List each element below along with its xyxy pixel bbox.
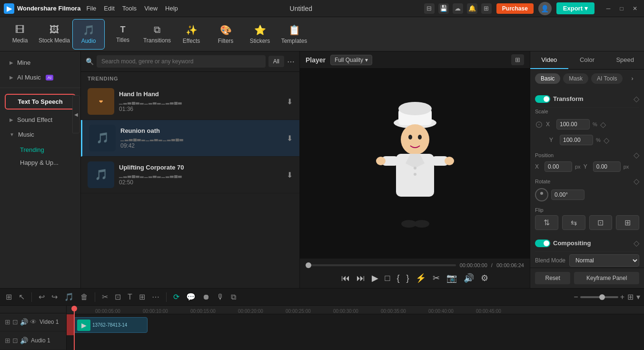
filter-dropdown[interactable]: All bbox=[268, 56, 284, 67]
tool-filters[interactable]: 🎨 Filters bbox=[209, 19, 242, 50]
video-clip[interactable]: ▶ 13762-78413-14 bbox=[74, 317, 148, 333]
sidebar-item-music[interactable]: ▼ Music bbox=[3, 128, 78, 141]
tab-color[interactable]: Color bbox=[568, 51, 606, 69]
position-keyframe[interactable]: ◇ bbox=[634, 150, 639, 160]
player-progress-thumb[interactable] bbox=[306, 262, 311, 268]
more-options-button[interactable]: ⋯ bbox=[287, 57, 295, 66]
reset-button[interactable]: Reset bbox=[535, 272, 570, 284]
export-button[interactable]: Export ▾ bbox=[556, 2, 594, 14]
copy-audio-icon[interactable]: ⊡ bbox=[12, 337, 18, 344]
menu-tools[interactable]: Tools bbox=[122, 5, 137, 12]
position-x-input[interactable] bbox=[545, 161, 572, 172]
volume-button[interactable]: 🔊 bbox=[463, 272, 475, 284]
caption-button[interactable]: 💬 bbox=[184, 291, 198, 302]
menu-help[interactable]: Help bbox=[165, 5, 178, 12]
mute-video-icon[interactable]: 🔊 bbox=[20, 318, 28, 326]
audio-item-3[interactable]: 🎵 Uplifting Corporate 70 ▁▂▃▄▃▂▁▂▃▂▁▂▃▄▃… bbox=[81, 157, 299, 193]
tool-templates[interactable]: 📋 Templates bbox=[278, 19, 310, 50]
sidebar-sub-trending[interactable]: Trending bbox=[15, 144, 80, 156]
compositing-keyframe-button[interactable]: ◇ bbox=[634, 239, 639, 248]
tool-audio[interactable]: 🎵 Audio bbox=[72, 19, 105, 50]
keyframe-panel-button[interactable]: Keyframe Panel bbox=[574, 272, 639, 284]
prev-frame-button[interactable]: ⏮ bbox=[340, 272, 351, 284]
cloud-icon[interactable]: ☁ bbox=[453, 3, 463, 14]
menu-edit[interactable]: Edit bbox=[104, 5, 114, 12]
tool-media[interactable]: 🎞 Media bbox=[4, 19, 36, 50]
download-icon-2[interactable]: ⬇ bbox=[287, 134, 293, 143]
save-icon[interactable]: 💾 bbox=[438, 3, 449, 14]
menu-view[interactable]: View bbox=[144, 5, 158, 12]
mark-out-button[interactable]: } bbox=[405, 272, 410, 284]
window-minimize[interactable]: ─ bbox=[603, 3, 614, 14]
position-y-input[interactable] bbox=[593, 161, 621, 172]
bell-icon[interactable]: 🔔 bbox=[467, 3, 477, 14]
play-button[interactable]: ▶ bbox=[371, 272, 379, 284]
settings-button[interactable]: ⚙ bbox=[480, 272, 489, 284]
sidebar-item-mine[interactable]: ▶ Mine bbox=[3, 56, 78, 70]
subtab-mask[interactable]: Mask bbox=[563, 73, 588, 84]
sidebar-sub-happy[interactable]: Happy & Up... bbox=[15, 157, 80, 169]
text-button[interactable]: T bbox=[126, 292, 134, 302]
crop-tl-button[interactable]: ⊡ bbox=[113, 291, 123, 302]
hide-video-icon[interactable]: 👁 bbox=[30, 318, 37, 326]
user-avatar[interactable]: 👤 bbox=[538, 2, 552, 15]
audio-item-2[interactable]: 🎵 Reunion oath ▁▂▃▄▃▂▁▂▃▂▁▂▃▄▃ 09:42 ⬇ bbox=[81, 120, 299, 157]
rotate-input[interactable] bbox=[551, 190, 585, 200]
blend-mode-select[interactable]: Normal bbox=[569, 254, 639, 267]
ai-cut-button[interactable]: ⟳ bbox=[171, 291, 181, 302]
flip-horizontal-button[interactable]: ⇅ bbox=[535, 215, 558, 230]
window-maximize[interactable]: □ bbox=[616, 3, 627, 14]
flip-vertical-button[interactable]: ⇆ bbox=[562, 215, 585, 230]
crop-button[interactable]: ✂ bbox=[432, 272, 441, 284]
delete-button[interactable]: 🗑 bbox=[79, 292, 90, 302]
crop-button-flip[interactable]: ⊡ bbox=[589, 215, 613, 230]
quality-selector[interactable]: Full Quality ▾ bbox=[330, 55, 372, 65]
transform-keyframe-button[interactable]: ◇ bbox=[634, 94, 639, 103]
audio-detach-button[interactable]: 🎵 bbox=[62, 291, 76, 302]
zoom-out-button[interactable]: − bbox=[574, 293, 578, 301]
compositing-toggle[interactable] bbox=[535, 240, 550, 247]
select-tool-button[interactable]: ↖ bbox=[17, 291, 27, 302]
tab-video[interactable]: Video bbox=[530, 51, 568, 69]
zoom-slider[interactable] bbox=[580, 296, 618, 298]
step-forward-button[interactable]: ⏭ bbox=[356, 272, 366, 284]
download-icon-3[interactable]: ⬇ bbox=[287, 170, 293, 180]
more-tl-button[interactable]: ⋯ bbox=[150, 291, 161, 302]
purchase-button[interactable]: Purchase bbox=[496, 3, 534, 14]
snapshot-button[interactable]: 📷 bbox=[446, 272, 458, 284]
tool-stock-media[interactable]: 🖼 Stock Media bbox=[38, 19, 70, 50]
window-close[interactable]: ✕ bbox=[630, 3, 640, 14]
cut-button[interactable]: ✂ bbox=[100, 291, 110, 302]
download-icon-1[interactable]: ⬇ bbox=[287, 97, 293, 106]
record-button[interactable]: ⏺ bbox=[200, 292, 212, 302]
undo-button[interactable]: ↩ bbox=[37, 291, 47, 302]
text-to-speech-button[interactable]: Text To Speech bbox=[5, 94, 76, 110]
grid-button[interactable]: ⊞ bbox=[627, 292, 634, 301]
subtab-more-icon[interactable]: › bbox=[625, 73, 639, 84]
mute-audio-icon[interactable]: 🔊 bbox=[20, 337, 28, 344]
transition-tl-button[interactable]: ⧉ bbox=[229, 292, 238, 302]
split-button[interactable]: ⚡ bbox=[415, 272, 427, 284]
scale-y-keyframe[interactable]: ◇ bbox=[604, 136, 609, 145]
audio-item[interactable]: ❤ Hand In Hand ▁▂▃▄▃▂▁▂▃▂▁▂▃▄▃ 01:36 ⬇ bbox=[81, 83, 299, 120]
add-video-track-icon[interactable]: ⊞ bbox=[5, 318, 10, 326]
stop-button[interactable]: □ bbox=[384, 272, 391, 284]
tool-effects[interactable]: ✨ Effects bbox=[175, 19, 208, 50]
copy-video-icon[interactable]: ⊡ bbox=[12, 318, 18, 326]
player-progress-bar[interactable] bbox=[306, 264, 456, 266]
sidebar-collapse-btn[interactable]: ◀ bbox=[72, 95, 80, 133]
transform-toggle[interactable] bbox=[535, 95, 550, 103]
subtab-ai-tools[interactable]: AI Tools bbox=[591, 73, 623, 84]
menu-file[interactable]: File bbox=[86, 5, 96, 12]
subtab-basic[interactable]: Basic bbox=[535, 73, 560, 84]
tool-transitions[interactable]: ⧉ Transitions bbox=[141, 19, 173, 50]
tool-stickers[interactable]: ⭐ Stickers bbox=[244, 19, 276, 50]
tab-speed[interactable]: Speed bbox=[606, 51, 644, 69]
sidebar-item-ai-music[interactable]: ▶ AI Music AI bbox=[3, 70, 78, 84]
fit-button[interactable]: ⊞ bbox=[137, 291, 147, 302]
audio-search-input[interactable] bbox=[97, 55, 266, 68]
sidebar-item-sound-effect[interactable]: ▶ Sound Effect bbox=[3, 113, 78, 127]
tool-titles[interactable]: T Titles bbox=[107, 19, 139, 50]
minimize-window-icon[interactable]: ⊟ bbox=[424, 3, 435, 14]
mark-in-button[interactable]: { bbox=[396, 272, 400, 284]
